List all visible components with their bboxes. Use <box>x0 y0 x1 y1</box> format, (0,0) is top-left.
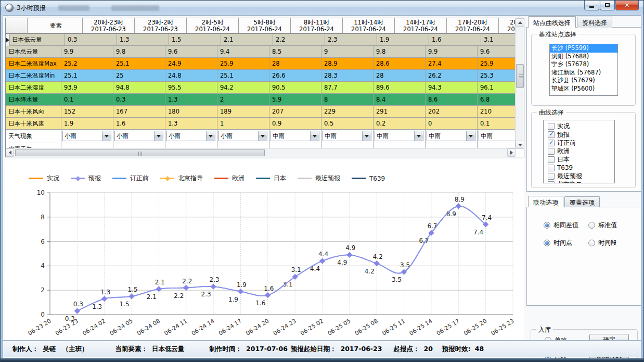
value-cell[interactable]: 90.5 <box>269 82 321 94</box>
curve-checkbox-row[interactable]: 订正前 <box>548 139 614 147</box>
checkbox-unchecked-icon[interactable] <box>548 165 555 171</box>
scroll-down-button[interactable] <box>516 141 524 149</box>
weather-combobox[interactable]: 中雨 <box>323 131 371 141</box>
value-cell[interactable]: 0.1 <box>478 118 516 130</box>
tab-station-curve[interactable]: 站点曲线选择 <box>528 16 576 28</box>
station-list-item[interactable]: 长沙 (P5599) <box>550 44 617 53</box>
value-cell[interactable]: 9.6 <box>478 46 516 58</box>
element-label-cell[interactable]: 日本降水量 <box>6 94 61 106</box>
value-cell[interactable]: 89.6 <box>373 82 426 94</box>
combobox-dropdown-button[interactable] <box>258 131 267 141</box>
tab-overlay-options[interactable]: 覆盖选项 <box>564 196 600 207</box>
option-radio-row[interactable]: 时间段 <box>588 239 617 247</box>
value-cell[interactable]: 8.4 <box>373 94 426 106</box>
value-cell[interactable]: 8.5 <box>269 46 321 58</box>
value-cell[interactable]: 9 <box>321 46 373 58</box>
checkbox-unchecked-icon[interactable] <box>548 173 555 180</box>
station-list-item[interactable]: 长沙县 (57679) <box>550 77 617 85</box>
maximize-button[interactable] <box>600 1 615 10</box>
value-cell[interactable]: 28.3 <box>321 70 373 82</box>
value-cell[interactable]: 189 <box>217 106 269 118</box>
curve-checkbox-row[interactable]: T639 <box>548 164 614 172</box>
option-radio-row[interactable]: 相同差值 <box>544 221 578 230</box>
row-selector-cell[interactable] <box>6 34 10 46</box>
value-cell[interactable]: 0.9 <box>269 118 321 130</box>
value-cell[interactable]: 2.2 <box>273 34 325 46</box>
time-column-header[interactable]: 11时-14时2017-06-24 <box>343 18 395 34</box>
value-cell[interactable]: 0.5 <box>321 118 373 130</box>
checkbox-unchecked-icon[interactable] <box>548 181 555 184</box>
element-label-cell[interactable]: 日本十米风速 <box>6 118 61 130</box>
checkbox-checked-icon[interactable] <box>548 131 555 138</box>
value-cell[interactable]: 1.6 <box>113 118 165 130</box>
weather-combobox[interactable]: 小雨 <box>166 131 215 141</box>
value-cell[interactable]: 210 <box>478 106 516 118</box>
value-cell[interactable]: 1.9 <box>377 34 429 46</box>
value-cell[interactable]: 5.9 <box>269 94 321 106</box>
title-bar[interactable]: 3小时预报 ✕ <box>1 1 643 15</box>
time-column-header[interactable]: 17时-20时2017-06-24 <box>447 18 499 34</box>
close-button[interactable]: ✕ <box>615 1 639 10</box>
value-cell[interactable]: 167 <box>113 106 165 118</box>
value-cell[interactable]: 96.1 <box>478 82 516 94</box>
element-label-cell[interactable]: 日本十米风向 <box>6 106 61 118</box>
value-cell[interactable]: 229 <box>321 106 373 118</box>
value-cell[interactable]: 0.3 <box>65 34 117 46</box>
curve-checkbox-row[interactable]: 日本 <box>548 155 614 164</box>
weather-combobox[interactable]: 小雨 <box>114 131 163 141</box>
value-cell[interactable]: 24.9 <box>165 58 217 70</box>
value-cell[interactable]: 25.9 <box>217 58 269 70</box>
combobox-dropdown-button[interactable] <box>414 131 423 141</box>
value-cell[interactable]: 26.6 <box>269 70 321 82</box>
table-horizontal-scrollbar[interactable] <box>6 148 516 157</box>
radio-selected-icon[interactable] <box>544 222 550 229</box>
value-cell[interactable]: 202 <box>426 106 478 118</box>
element-label-cell[interactable]: 日本二米温度Min <box>6 70 61 82</box>
value-cell[interactable]: 25.1 <box>217 70 269 82</box>
value-cell[interactable]: 1.3 <box>117 34 169 46</box>
value-cell[interactable]: 9.9 <box>426 46 478 58</box>
value-cell[interactable]: 28.9 <box>321 58 373 70</box>
value-cell[interactable]: 8.6 <box>426 94 478 106</box>
value-cell[interactable]: 9.9 <box>61 46 113 58</box>
value-cell[interactable]: 1.6 <box>429 34 481 46</box>
station-list-item[interactable]: 宁乡 (57678) <box>550 60 617 69</box>
radio-selected-icon[interactable] <box>544 240 550 246</box>
time-column-header[interactable]: 14时-17时2017-06-24 <box>395 18 447 34</box>
option-radio-row[interactable]: 时间点 <box>544 239 572 247</box>
value-cell[interactable]: 2.1 <box>221 34 273 46</box>
weather-combobox[interactable]: 中雨 <box>375 131 423 141</box>
value-cell[interactable]: 9.8 <box>373 46 426 58</box>
curve-checkbox-row[interactable]: 实况 <box>548 122 614 130</box>
element-label-cell[interactable]: 日本二米湿度 <box>6 82 61 94</box>
value-cell[interactable]: 25.1 <box>61 70 113 82</box>
value-cell[interactable]: 87.7 <box>321 82 373 94</box>
value-cell[interactable]: 2.3 <box>325 34 377 46</box>
value-cell[interactable]: 94.8 <box>113 82 165 94</box>
weather-combobox[interactable]: 中雨 <box>427 131 475 141</box>
combobox-dropdown-button[interactable] <box>154 131 163 141</box>
value-cell[interactable]: 24.8 <box>165 70 217 82</box>
value-cell[interactable]: 0.1 <box>61 94 113 106</box>
value-cell[interactable]: 95.5 <box>165 82 217 94</box>
scroll-right-button[interactable] <box>507 148 516 157</box>
combobox-dropdown-button[interactable] <box>102 131 111 141</box>
tab-link-options[interactable]: 联动选项 <box>528 196 563 207</box>
value-cell[interactable]: 1.3 <box>165 118 217 130</box>
vertical-scroll-thumb[interactable] <box>516 64 524 88</box>
value-cell[interactable]: 0 <box>426 118 478 130</box>
value-cell[interactable]: 8 <box>321 94 373 106</box>
checkbox-unchecked-icon[interactable] <box>548 156 555 163</box>
element-label-cell[interactable]: 日本低云量 <box>10 34 65 46</box>
checkbox-checked-icon[interactable] <box>548 140 555 146</box>
value-cell[interactable]: 94.3 <box>426 82 478 94</box>
value-cell[interactable]: 27.4 <box>426 58 478 70</box>
combobox-dropdown-button[interactable] <box>362 131 371 141</box>
time-column-header[interactable]: 8时-11时2017-06-24 <box>291 18 343 34</box>
curve-checkbox-row[interactable]: 北京指导 <box>548 180 614 183</box>
weather-combobox[interactable]: 中雨 <box>479 131 516 141</box>
time-column-header[interactable]: 20时-23时2017-06-23 <box>83 18 135 34</box>
value-cell[interactable]: 28.6 <box>373 58 426 70</box>
weather-combobox[interactable]: 小雨 <box>62 131 111 141</box>
value-cell[interactable]: 93.9 <box>61 82 113 94</box>
